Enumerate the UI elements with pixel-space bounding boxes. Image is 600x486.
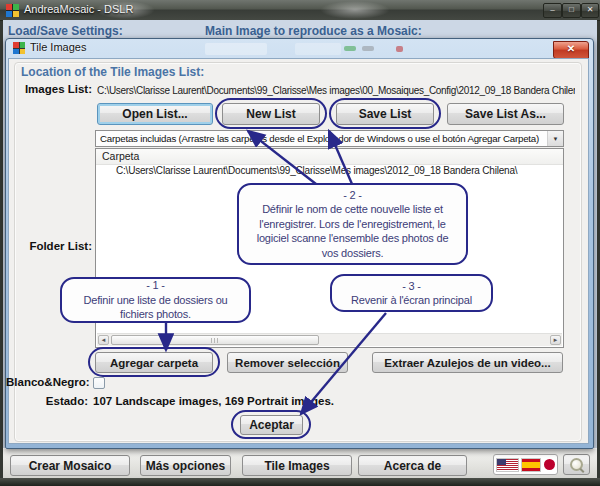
- scroll-right-icon[interactable]: ►: [550, 335, 561, 345]
- window-bottom-frame: [0, 478, 600, 486]
- maximize-button[interactable]: □: [562, 3, 581, 18]
- save-list-as-button[interactable]: Save List As...: [447, 103, 564, 125]
- list-column-header[interactable]: Carpeta: [96, 149, 563, 165]
- callout-step-2: - 2 - Définir le nom de cette nouvelle l…: [237, 183, 468, 265]
- close-button[interactable]: ✕: [581, 3, 599, 18]
- language-selector[interactable]: [493, 454, 558, 475]
- images-list-label: Images List:: [10, 83, 92, 95]
- load-save-settings-label: Load/Save Settings:: [8, 24, 123, 38]
- estado-label: Estado:: [6, 395, 88, 407]
- dialog-mosaic-icon: [13, 42, 25, 54]
- minimize-button[interactable]: –: [543, 3, 562, 18]
- mas-opciones-button[interactable]: Más opciones: [140, 455, 231, 476]
- us-flag-icon[interactable]: [497, 459, 518, 471]
- remover-seleccion-button[interactable]: Remover selección: [227, 352, 348, 373]
- glass-ghost: [295, 43, 341, 55]
- app-window: AndreaMosaic - DSLR – □ ✕ Load/Save Sett…: [0, 0, 600, 486]
- open-list-button[interactable]: Open List...: [97, 103, 213, 125]
- chevron-down-icon[interactable]: ▼: [547, 131, 563, 146]
- acerca-de-button[interactable]: Acerca de: [358, 455, 467, 476]
- blanco-negro-label: Blanco&Negro:: [6, 376, 88, 388]
- glass-ghost: [396, 46, 403, 52]
- tile-images-button[interactable]: Tile Images: [242, 455, 352, 476]
- scroll-left-icon[interactable]: ◄: [98, 335, 109, 345]
- agregar-carpeta-button[interactable]: Agregar carpeta: [95, 352, 213, 373]
- glass-highlight: [320, 1, 390, 19]
- callout-2-title: - 2 -: [343, 188, 362, 203]
- magnifier-icon: [570, 458, 583, 471]
- folder-list-row[interactable]: C:\Users\Clarisse Laurent\Documents\99_C…: [96, 165, 563, 179]
- horizontal-scrollbar[interactable]: ◄ ►: [97, 333, 562, 346]
- new-list-button[interactable]: New List: [222, 103, 320, 125]
- app-mosaic-icon: [6, 4, 19, 17]
- dialog-title: Tile Images: [30, 41, 86, 53]
- save-list-button[interactable]: Save List: [336, 103, 434, 125]
- aceptar-button[interactable]: Aceptar: [240, 415, 303, 435]
- blanco-negro-checkbox[interactable]: [93, 377, 105, 389]
- glass-ghost: [344, 46, 356, 51]
- images-list-path: C:\Users\Clarisse Laurent\Documents\99_C…: [97, 85, 575, 96]
- japan-flag-icon[interactable]: [544, 459, 555, 470]
- callout-step-1: - 1 - Definir une liste de dossiers ou f…: [60, 277, 251, 323]
- glass-ghost: [205, 43, 267, 55]
- callout-1-title: - 1 -: [146, 278, 165, 293]
- section-title: Location of the Tile Images List:: [21, 65, 204, 79]
- folder-list-label: Folder List:: [10, 240, 92, 252]
- estado-value: 107 Landscape images, 169 Portrait image…: [93, 395, 334, 407]
- scrollbar-thumb[interactable]: [111, 335, 319, 345]
- window-title: AndreaMosaic - DSLR: [24, 3, 133, 15]
- spain-flag-icon[interactable]: [522, 459, 540, 471]
- crear-mosaico-button[interactable]: Crear Mosaico: [10, 455, 130, 476]
- extraer-azulejos-button[interactable]: Extraer Azulejos de un video...: [372, 352, 563, 373]
- folders-dropdown[interactable]: Carpetas incluidas (Arrastre las carpeta…: [95, 130, 564, 147]
- dialog-close-button[interactable]: ✕: [553, 41, 589, 59]
- folders-dropdown-text: Carpetas incluidas (Arrastre las carpeta…: [96, 133, 547, 144]
- callout-step-3: - 3 - Revenir à l'écran principal: [330, 274, 493, 312]
- callout-3-title: - 3 -: [402, 279, 421, 294]
- glass-ghost: [362, 46, 374, 51]
- main-image-label: Main Image to reproduce as a Mosaic:: [205, 24, 422, 38]
- search-button[interactable]: [563, 454, 590, 475]
